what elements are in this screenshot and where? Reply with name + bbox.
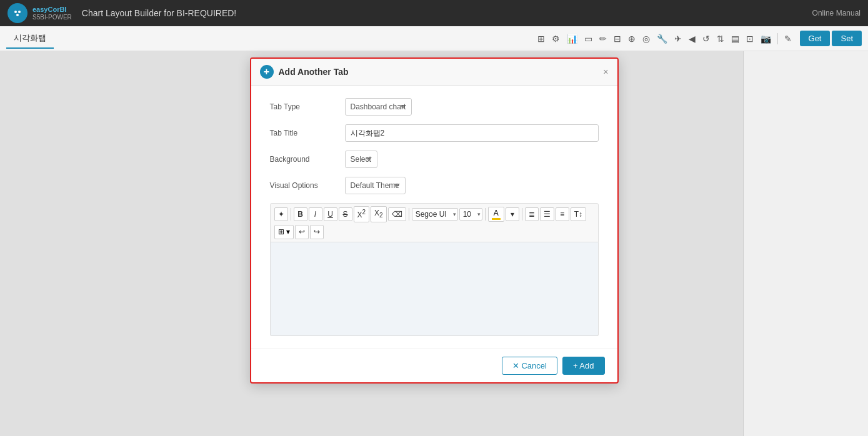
online-manual-link[interactable]: Online Manual: [812, 9, 861, 17]
rte-strike-btn[interactable]: S: [339, 207, 352, 222]
send-icon[interactable]: ◀: [686, 32, 698, 45]
main-toolbar: 시각화탭 ⊞ ⚙ 📊 ▭ ✏ ⊟ ⊕ ◎ 🔧 ✈ ◀ ↺ ⇅ ▤ ⊡ 📷 ✎ G…: [0, 26, 868, 51]
set-button[interactable]: Set: [832, 31, 862, 46]
grid-icon[interactable]: ⊞: [535, 32, 547, 45]
refresh-icon[interactable]: ↺: [700, 32, 712, 45]
rte-align-btn[interactable]: ≡: [556, 207, 569, 222]
rte-bold-btn[interactable]: B: [294, 207, 307, 222]
rte-eraser-btn[interactable]: ⌫: [388, 207, 406, 222]
target-icon[interactable]: ◎: [640, 32, 652, 45]
get-button[interactable]: Get: [800, 31, 831, 46]
rte-row2: ⊞ ▾ ↩ ↪: [274, 225, 594, 239]
dialog-close-button[interactable]: ×: [603, 67, 608, 77]
rte-font-wrapper: Segoe UI: [412, 208, 458, 220]
app-title: Chart Layout Builder for BI-REQUIRED!: [82, 8, 236, 18]
rte-font-color-btn[interactable]: A: [488, 207, 504, 222]
rte-color-dropdown-btn[interactable]: ▾: [506, 207, 519, 222]
dialog-footer: ✕ Cancel + Add: [251, 349, 617, 382]
tab-title-input[interactable]: [345, 124, 599, 142]
rte-subscript-btn[interactable]: X2: [371, 206, 387, 222]
pencil-icon[interactable]: ✎: [782, 32, 794, 45]
background-wrapper: Select: [345, 151, 599, 168]
edit-icon[interactable]: ✏: [597, 32, 609, 45]
rte-ordered-list-btn[interactable]: ≣: [525, 207, 539, 222]
sort-icon[interactable]: ⇅: [714, 32, 727, 45]
toolbar-sep: [777, 33, 778, 44]
rte-size-select[interactable]: 10: [459, 208, 482, 220]
rte-redo-btn[interactable]: ↪: [310, 225, 324, 239]
rte-sep4: [522, 208, 522, 220]
svg-point-2: [18, 11, 21, 13]
background-select[interactable]: Select: [345, 151, 377, 168]
arrow-icon[interactable]: ✈: [672, 32, 684, 45]
add-tab-dialog: + Add Another Tab × Tab Type Dashboard c…: [250, 57, 619, 384]
background-row: Background Select: [270, 151, 599, 168]
table-icon[interactable]: ▤: [729, 32, 742, 45]
rte-underline-btn[interactable]: U: [324, 207, 337, 222]
logo-area: easyCorBI S5BI-POWER: [7, 3, 72, 23]
rte-sep1: [291, 208, 291, 220]
dialog-header: + Add Another Tab ×: [251, 59, 617, 86]
font-color-letter: A: [494, 209, 499, 217]
rte-sep3: [485, 208, 486, 220]
rte-toolbar: ✦ B I U S X2 X2 ⌫ Segoe UI: [270, 203, 599, 242]
tab-type-label: Tab Type: [270, 102, 345, 111]
cancel-button[interactable]: ✕ Cancel: [502, 357, 557, 375]
rte-table-btn[interactable]: ⊞ ▾: [274, 225, 294, 239]
rte-superscript-btn[interactable]: X2: [354, 206, 370, 222]
camera-icon[interactable]: 📷: [758, 32, 774, 45]
app-header: easyCorBI S5BI-POWER Chart Layout Builde…: [0, 0, 868, 26]
settings-icon[interactable]: ⚙: [549, 32, 562, 45]
dialog-body: Tab Type Dashboard chart Tab Title Backg…: [251, 86, 617, 349]
logo-text: easyCorBI S5BI-POWER: [32, 6, 72, 20]
rte-italic-btn[interactable]: I: [309, 207, 322, 222]
svg-point-0: [12, 8, 22, 18]
tab-type-wrapper: Dashboard chart: [345, 98, 599, 116]
form-icon[interactable]: ⊟: [611, 32, 624, 45]
rte-font-select[interactable]: Segoe UI: [412, 208, 458, 220]
rte-magic-btn[interactable]: ✦: [274, 207, 288, 222]
rte-text-format-btn[interactable]: T↕: [571, 207, 586, 222]
tab-type-row: Tab Type Dashboard chart: [270, 98, 599, 116]
chart-bar-icon[interactable]: 📊: [564, 32, 580, 45]
wrench-icon[interactable]: 🔧: [654, 32, 670, 45]
dialog-title: Add Another Tab: [279, 67, 349, 77]
font-color-indicator: [492, 218, 501, 220]
background-label: Background: [270, 155, 345, 164]
copy-icon[interactable]: ⊕: [626, 32, 638, 45]
text-box-icon[interactable]: ▭: [582, 32, 595, 45]
rte-editor-area[interactable]: [270, 242, 599, 336]
visual-options-row: Visual Options Default Theme: [270, 177, 599, 194]
rte-unordered-list-btn[interactable]: ☰: [540, 207, 554, 222]
visual-options-wrapper: Default Theme: [345, 177, 599, 194]
rte-size-wrapper: 10: [459, 208, 482, 220]
svg-point-1: [14, 11, 17, 13]
dialog-add-icon: +: [260, 65, 274, 79]
main-area: + Add Another Tab × Tab Type Dashboard c…: [0, 51, 868, 436]
rte-sep2: [409, 208, 409, 220]
visual-options-select[interactable]: Default Theme: [345, 177, 406, 194]
toolbar-icons: ⊞ ⚙ 📊 ▭ ✏ ⊟ ⊕ ◎ 🔧 ✈ ◀ ↺ ⇅ ▤ ⊡ 📷 ✎ Get Se…: [535, 31, 862, 46]
add-button[interactable]: + Add: [562, 357, 605, 375]
modal-overlay: + Add Another Tab × Tab Type Dashboard c…: [0, 51, 868, 436]
tab-title-label: Tab Title: [270, 129, 345, 137]
visual-options-label: Visual Options: [270, 181, 345, 190]
tab-visualization[interactable]: 시각화탭: [6, 29, 54, 49]
svg-point-3: [16, 14, 19, 16]
export-icon[interactable]: ⊡: [744, 32, 756, 45]
tab-title-row: Tab Title: [270, 124, 599, 142]
logo-icon: [7, 3, 27, 23]
tab-type-select[interactable]: Dashboard chart: [345, 98, 412, 116]
rte-undo-btn[interactable]: ↩: [295, 225, 309, 239]
